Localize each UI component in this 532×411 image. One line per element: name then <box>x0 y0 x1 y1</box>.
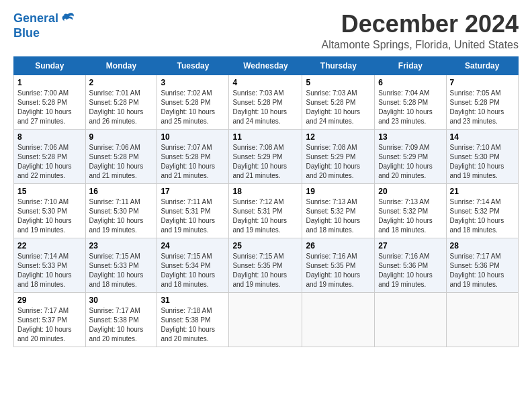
calendar-cell: 5Sunrise: 7:03 AM Sunset: 5:28 PM Daylig… <box>302 75 375 129</box>
calendar-cell: 11Sunrise: 7:08 AM Sunset: 5:29 PM Dayli… <box>229 129 302 183</box>
day-info: Sunrise: 7:09 AM Sunset: 5:29 PM Dayligh… <box>378 143 442 181</box>
day-number: 26 <box>306 241 371 250</box>
day-number: 18 <box>232 187 298 196</box>
day-number: 28 <box>450 241 515 250</box>
day-info: Sunrise: 7:15 AM Sunset: 5:33 PM Dayligh… <box>89 252 154 289</box>
calendar-cell: 3Sunrise: 7:02 AM Sunset: 5:28 PM Daylig… <box>157 75 229 129</box>
logo: General Blue <box>13 11 76 40</box>
calendar-cell: 10Sunrise: 7:07 AM Sunset: 5:28 PM Dayli… <box>157 129 229 183</box>
day-info: Sunrise: 7:18 AM Sunset: 5:38 PM Dayligh… <box>161 306 225 344</box>
calendar-cell: 29Sunrise: 7:17 AM Sunset: 5:37 PM Dayli… <box>14 292 86 347</box>
day-info: Sunrise: 7:13 AM Sunset: 5:32 PM Dayligh… <box>306 197 371 235</box>
calendar-cell: 16Sunrise: 7:11 AM Sunset: 5:30 PM Dayli… <box>85 183 157 238</box>
day-number: 20 <box>378 187 442 196</box>
day-info: Sunrise: 7:07 AM Sunset: 5:28 PM Dayligh… <box>161 143 225 181</box>
calendar-cell: 8Sunrise: 7:06 AM Sunset: 5:28 PM Daylig… <box>14 129 86 183</box>
calendar-header-thursday: Thursday <box>302 56 375 75</box>
day-info: Sunrise: 7:12 AM Sunset: 5:31 PM Dayligh… <box>232 197 298 235</box>
day-number: 29 <box>17 295 82 305</box>
day-number: 13 <box>378 132 442 142</box>
day-number: 9 <box>89 132 154 142</box>
calendar-cell: 18Sunrise: 7:12 AM Sunset: 5:31 PM Dayli… <box>229 183 302 238</box>
calendar-cell: 28Sunrise: 7:17 AM Sunset: 5:36 PM Dayli… <box>446 238 518 292</box>
day-info: Sunrise: 7:08 AM Sunset: 5:29 PM Dayligh… <box>306 143 371 181</box>
calendar-header-wednesday: Wednesday <box>229 56 302 75</box>
calendar-cell: 26Sunrise: 7:16 AM Sunset: 5:35 PM Dayli… <box>302 238 375 292</box>
calendar-week-row: 15Sunrise: 7:10 AM Sunset: 5:30 PM Dayli… <box>14 183 519 238</box>
logo-text-blue: Blue <box>13 27 76 40</box>
day-info: Sunrise: 7:14 AM Sunset: 5:33 PM Dayligh… <box>17 252 82 289</box>
calendar-cell: 15Sunrise: 7:10 AM Sunset: 5:30 PM Dayli… <box>14 183 86 238</box>
calendar-cell <box>375 292 446 347</box>
day-number: 14 <box>450 132 515 142</box>
day-info: Sunrise: 7:05 AM Sunset: 5:28 PM Dayligh… <box>450 89 515 126</box>
logo-bird-icon <box>60 11 76 27</box>
calendar-cell: 14Sunrise: 7:10 AM Sunset: 5:30 PM Dayli… <box>446 129 518 183</box>
day-info: Sunrise: 7:01 AM Sunset: 5:28 PM Dayligh… <box>89 89 154 126</box>
day-number: 16 <box>89 187 154 196</box>
calendar-week-row: 1Sunrise: 7:00 AM Sunset: 5:28 PM Daylig… <box>14 75 519 129</box>
day-info: Sunrise: 7:14 AM Sunset: 5:32 PM Dayligh… <box>450 197 515 235</box>
day-number: 8 <box>17 132 82 142</box>
day-info: Sunrise: 7:17 AM Sunset: 5:36 PM Dayligh… <box>450 252 515 289</box>
day-number: 23 <box>89 241 154 250</box>
calendar-cell: 13Sunrise: 7:09 AM Sunset: 5:29 PM Dayli… <box>375 129 446 183</box>
day-info: Sunrise: 7:03 AM Sunset: 5:28 PM Dayligh… <box>232 89 298 126</box>
calendar-cell <box>302 292 375 347</box>
calendar-cell: 22Sunrise: 7:14 AM Sunset: 5:33 PM Dayli… <box>14 238 86 292</box>
day-number: 31 <box>161 295 225 305</box>
calendar-cell: 31Sunrise: 7:18 AM Sunset: 5:38 PM Dayli… <box>157 292 229 347</box>
calendar-cell: 4Sunrise: 7:03 AM Sunset: 5:28 PM Daylig… <box>229 75 302 129</box>
calendar-cell: 20Sunrise: 7:13 AM Sunset: 5:32 PM Dayli… <box>375 183 446 238</box>
day-info: Sunrise: 7:10 AM Sunset: 5:30 PM Dayligh… <box>450 143 515 181</box>
calendar-cell: 23Sunrise: 7:15 AM Sunset: 5:33 PM Dayli… <box>85 238 157 292</box>
day-info: Sunrise: 7:00 AM Sunset: 5:28 PM Dayligh… <box>17 89 82 126</box>
day-number: 24 <box>161 241 225 250</box>
calendar-cell: 12Sunrise: 7:08 AM Sunset: 5:29 PM Dayli… <box>302 129 375 183</box>
day-number: 11 <box>232 132 298 142</box>
calendar-cell: 30Sunrise: 7:17 AM Sunset: 5:38 PM Dayli… <box>85 292 157 347</box>
day-number: 5 <box>306 78 371 87</box>
calendar-header-saturday: Saturday <box>446 56 518 75</box>
calendar-cell: 7Sunrise: 7:05 AM Sunset: 5:28 PM Daylig… <box>446 75 518 129</box>
day-info: Sunrise: 7:06 AM Sunset: 5:28 PM Dayligh… <box>89 143 154 181</box>
calendar-header-tuesday: Tuesday <box>157 56 229 75</box>
main-title: December 2024 <box>322 11 519 38</box>
calendar-header-row: SundayMondayTuesdayWednesdayThursdayFrid… <box>14 56 519 75</box>
calendar-week-row: 29Sunrise: 7:17 AM Sunset: 5:37 PM Dayli… <box>14 292 519 347</box>
calendar-cell: 2Sunrise: 7:01 AM Sunset: 5:28 PM Daylig… <box>85 75 157 129</box>
day-number: 15 <box>17 187 82 196</box>
day-number: 10 <box>161 132 225 142</box>
day-number: 4 <box>232 78 298 87</box>
day-info: Sunrise: 7:17 AM Sunset: 5:37 PM Dayligh… <box>17 306 82 344</box>
calendar-header-friday: Friday <box>375 56 446 75</box>
day-info: Sunrise: 7:13 AM Sunset: 5:32 PM Dayligh… <box>378 197 442 235</box>
day-number: 17 <box>161 187 225 196</box>
day-number: 6 <box>378 78 442 87</box>
calendar-cell: 25Sunrise: 7:15 AM Sunset: 5:35 PM Dayli… <box>229 238 302 292</box>
calendar-week-row: 22Sunrise: 7:14 AM Sunset: 5:33 PM Dayli… <box>14 238 519 292</box>
calendar-cell: 9Sunrise: 7:06 AM Sunset: 5:28 PM Daylig… <box>85 129 157 183</box>
day-info: Sunrise: 7:15 AM Sunset: 5:35 PM Dayligh… <box>232 252 298 289</box>
calendar-table: SundayMondayTuesdayWednesdayThursdayFrid… <box>13 56 519 347</box>
calendar-cell <box>446 292 518 347</box>
day-number: 30 <box>89 295 154 305</box>
day-info: Sunrise: 7:10 AM Sunset: 5:30 PM Dayligh… <box>17 197 82 235</box>
day-info: Sunrise: 7:04 AM Sunset: 5:28 PM Dayligh… <box>378 89 442 126</box>
calendar-header-sunday: Sunday <box>14 56 86 75</box>
day-number: 27 <box>378 241 442 250</box>
day-info: Sunrise: 7:15 AM Sunset: 5:34 PM Dayligh… <box>161 252 225 289</box>
calendar-cell: 1Sunrise: 7:00 AM Sunset: 5:28 PM Daylig… <box>14 75 86 129</box>
calendar-cell: 6Sunrise: 7:04 AM Sunset: 5:28 PM Daylig… <box>375 75 446 129</box>
day-info: Sunrise: 7:08 AM Sunset: 5:29 PM Dayligh… <box>232 143 298 181</box>
calendar-cell: 24Sunrise: 7:15 AM Sunset: 5:34 PM Dayli… <box>157 238 229 292</box>
day-info: Sunrise: 7:02 AM Sunset: 5:28 PM Dayligh… <box>161 89 225 126</box>
calendar-cell: 27Sunrise: 7:16 AM Sunset: 5:36 PM Dayli… <box>375 238 446 292</box>
day-info: Sunrise: 7:16 AM Sunset: 5:35 PM Dayligh… <box>306 252 371 289</box>
calendar-cell <box>229 292 302 347</box>
day-number: 22 <box>17 241 82 250</box>
calendar-header-monday: Monday <box>85 56 157 75</box>
day-number: 1 <box>17 78 82 87</box>
day-info: Sunrise: 7:03 AM Sunset: 5:28 PM Dayligh… <box>306 89 371 126</box>
day-info: Sunrise: 7:06 AM Sunset: 5:28 PM Dayligh… <box>17 143 82 181</box>
